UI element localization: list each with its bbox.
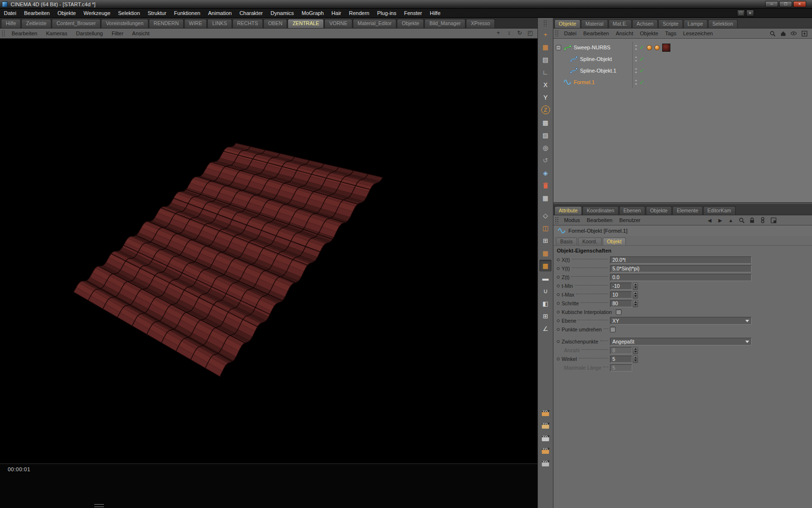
package-icon[interactable]: ◫ <box>539 222 551 234</box>
om-menu-lesezeichen[interactable]: Lesezeichen <box>680 29 716 38</box>
animation-dot-icon[interactable] <box>557 319 560 322</box>
drag-grip-icon[interactable] <box>555 217 559 224</box>
om-tab-selektion[interactable]: Selektion <box>708 19 738 28</box>
delete-icon[interactable] <box>539 179 551 191</box>
visibility-dots-icon[interactable] <box>635 68 637 74</box>
am-tab-attribute[interactable]: Attribute <box>554 206 582 215</box>
am-tab-objekte[interactable]: Objekte <box>646 206 672 215</box>
subtab-objekt[interactable]: Objekt <box>603 238 626 245</box>
collapse-expander-icon[interactable]: − <box>556 45 561 50</box>
am-tab-elemente[interactable]: Elemente <box>672 206 702 215</box>
menu-funktionen[interactable]: Funktionen <box>170 9 204 17</box>
enabled-check-icon[interactable]: ✓ <box>639 79 644 86</box>
material-thumbnail[interactable] <box>662 44 670 52</box>
t-max-spinner[interactable] <box>633 291 638 299</box>
x-axis-lock-icon[interactable]: X <box>539 79 551 90</box>
om-menu-tags[interactable]: Tags <box>662 29 680 38</box>
layout-tab-wire[interactable]: WIRE <box>184 19 207 28</box>
selection-ring-icon[interactable]: ◎ <box>539 142 551 153</box>
am-tab-koordinaten[interactable]: Koordinaten <box>582 206 619 215</box>
animation-dot-icon[interactable] <box>557 302 560 305</box>
scene-browser-icon[interactable]: ◈ <box>539 167 551 179</box>
kubische-interpolation-checkbox[interactable] <box>616 309 622 315</box>
om-tab-achsen[interactable]: Achsen <box>632 19 658 28</box>
grid-array-icon[interactable]: ▦ <box>539 192 551 204</box>
om-menu-objekte[interactable]: Objekte <box>637 29 662 38</box>
layout-tab-bild-manager[interactable]: Bild_Manager <box>424 19 465 28</box>
om-tab-material[interactable]: Material <box>581 19 608 28</box>
camera-rotate-icon[interactable]: ↻ <box>515 30 524 37</box>
menu-animation[interactable]: Animation <box>204 9 235 17</box>
viewport-menu-ansicht[interactable]: Ansicht <box>128 29 154 38</box>
clapperboard-icon[interactable] <box>539 419 551 431</box>
viewport-menu-bearbeiten[interactable]: Bearbeiten <box>7 29 42 38</box>
subtab-basis[interactable]: Basis <box>556 238 577 245</box>
om-tab-lampe[interactable]: Lampe <box>683 19 708 28</box>
menu-objekte[interactable]: Objekte <box>54 9 80 17</box>
view-maximize-icon[interactable]: ◰ <box>526 30 535 37</box>
viewport-menu-filter[interactable]: Filter <box>107 29 128 38</box>
workplane-icon[interactable]: ∟ <box>539 66 551 78</box>
am-menu-benutzer[interactable]: Benutzer <box>616 215 644 225</box>
layout-tab-xpresso[interactable]: XPresso <box>466 19 495 28</box>
am-tab-editorkam[interactable]: EditorKam <box>703 206 736 215</box>
t-min-spinner[interactable] <box>633 283 638 290</box>
menu-plug-ins[interactable]: Plug-ins <box>373 9 400 17</box>
menu-dynamics[interactable]: Dynamics <box>267 9 298 17</box>
maximale-länge-input[interactable]: 5 <box>610 364 632 372</box>
quantize-icon[interactable]: ▩ <box>539 117 551 128</box>
layout-tab-vorne[interactable]: VORNE <box>324 19 352 28</box>
mirror-icon[interactable]: ◧ <box>539 298 551 309</box>
t-min-input[interactable]: -10 <box>610 283 632 290</box>
visibility-dots-icon[interactable] <box>635 80 637 85</box>
om-tab-mat-e[interactable]: Mat.E. <box>609 19 632 28</box>
viewport-menu-darstellung[interactable]: Darstellung <box>72 29 107 38</box>
attribute-grid-icon[interactable]: ▦ <box>539 260 551 271</box>
close-document-button[interactable]: × <box>746 10 754 16</box>
menu-hair[interactable]: Hair <box>328 9 345 17</box>
home-icon[interactable] <box>779 30 787 37</box>
eye-icon[interactable] <box>790 30 798 37</box>
anzahl-spinner[interactable] <box>633 347 638 354</box>
om-menu-datei[interactable]: Datei <box>561 29 580 38</box>
smoothing-tag-icon[interactable] <box>654 45 660 50</box>
visibility-dots-icon[interactable] <box>635 45 637 50</box>
tree-item-spline-objekt-1[interactable]: Spline-Objekt.1✓ <box>553 65 812 76</box>
move-axis-tool-icon[interactable]: + <box>539 29 551 40</box>
t-max-input[interactable]: 10 <box>610 291 632 299</box>
clapperboard-icon[interactable] <box>539 432 551 444</box>
menu-rendern[interactable]: Rendern <box>345 9 373 17</box>
animation-dot-icon[interactable] <box>557 267 560 270</box>
enabled-check-icon[interactable]: ✓ <box>639 44 644 51</box>
animation-dot-icon[interactable] <box>557 358 560 360</box>
layout-tab-hilfe[interactable]: Hilfe <box>1 19 21 28</box>
om-tab-scripte[interactable]: Scripte <box>658 19 683 28</box>
animation-dot-icon[interactable] <box>557 284 560 287</box>
layout-tab-content-browser[interactable]: Content_Browser <box>52 19 101 28</box>
am-tab-ebenen[interactable]: Ebenen <box>619 206 645 215</box>
animation-dot-icon[interactable] <box>557 311 560 314</box>
forward-icon[interactable]: ▶ <box>716 216 724 224</box>
camera-zoom-icon[interactable]: ↕ <box>505 30 513 37</box>
am-menu-bearbeiten[interactable]: Bearbeiten <box>583 215 616 225</box>
layout-tab-rendern[interactable]: RENDERN <box>149 19 184 28</box>
clapperboard-icon[interactable] <box>539 445 551 456</box>
z-t-input[interactable]: 0.0 <box>610 274 752 281</box>
menu-bearbeiten[interactable]: Bearbeiten <box>20 9 54 17</box>
menu-selektion[interactable]: Selektion <box>114 9 144 17</box>
enabled-check-icon[interactable]: ✓ <box>639 67 644 74</box>
tree-item-formel-1[interactable]: Formel.1✓ <box>553 76 812 88</box>
anzahl-input[interactable]: 8 <box>610 347 632 354</box>
animation-dot-icon[interactable] <box>557 293 560 296</box>
ebene-dropdown[interactable]: XY <box>610 317 752 325</box>
winkel-spinner[interactable] <box>633 356 638 363</box>
winkel-input[interactable]: 5 <box>610 356 632 363</box>
editor-viewport[interactable] <box>0 39 537 463</box>
menu-werkzeuge[interactable]: Werkzeuge <box>80 9 114 17</box>
animation-dot-icon[interactable] <box>557 258 560 261</box>
new-panel-icon[interactable] <box>769 216 777 224</box>
structure-table-icon[interactable]: ▦ <box>539 247 551 259</box>
visibility-dots-icon[interactable] <box>635 57 637 62</box>
y-axis-lock-icon[interactable]: Y <box>539 91 551 103</box>
drag-grip-icon[interactable] <box>543 20 548 27</box>
